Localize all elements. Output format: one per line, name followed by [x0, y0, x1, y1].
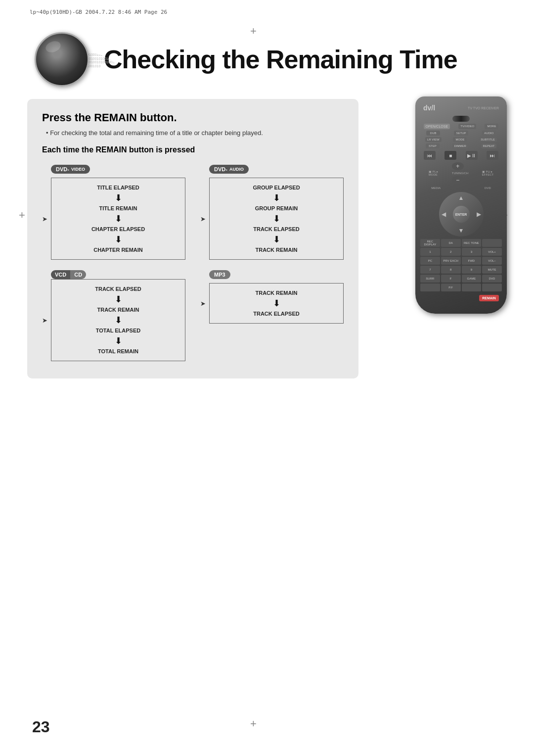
mp3-arrow-1: ⬇ — [212, 298, 341, 308]
num7-btn[interactable]: 7 — [420, 266, 440, 274]
setup-btn[interactable]: SETUP — [454, 131, 468, 136]
tuning-label: TUNING/CH — [452, 172, 468, 175]
step-btn[interactable]: STEP — [426, 143, 440, 148]
mp3-section: MP3 ➤ TRACK REMAIN ⬇ TRACK ELAPSED — [200, 270, 344, 361]
dvd-audio-start-arrow: ➤ — [200, 215, 206, 223]
audio-btn[interactable]: AUDIO — [482, 131, 496, 136]
nav-right-btn[interactable]: ▶ — [477, 211, 481, 218]
mode-btn[interactable]: MODE — [453, 137, 467, 142]
subtitle-btn[interactable]: SUBTITLE — [479, 137, 497, 142]
dvd-video-arrow-1: ⬇ — [54, 193, 182, 203]
remote-func-row-1: DUB SETUP AUDIO — [419, 131, 503, 136]
open-close-btn[interactable]: OPEN/CLOSE — [424, 124, 450, 129]
tv-video-btn[interactable]: TV/VIDEO — [458, 124, 476, 129]
numf-btn[interactable]: F — [441, 275, 461, 283]
dimmer-btn[interactable]: DIMMER — [452, 143, 468, 148]
nav-up-btn[interactable]: ▲ — [458, 194, 464, 201]
remote-tv-label: TV TVO RECEIVER — [468, 106, 499, 110]
remain-btn[interactable]: REMAIN — [479, 295, 499, 301]
dvd-audio-item-3: TRACK ELAPSED — [212, 224, 341, 235]
vcd-cd-arrow-1: ⬇ — [54, 294, 182, 304]
pf-btn[interactable]: P.F — [441, 284, 461, 291]
num3-btn[interactable]: 3 — [462, 248, 482, 256]
surr-btn[interactable]: SURR — [420, 275, 440, 283]
dub-btn[interactable]: DUB — [426, 131, 440, 136]
fwd-btn[interactable]: FWD — [462, 257, 482, 265]
more-btn[interactable]: MORE — [485, 124, 498, 129]
dvd-label: DVD — [485, 187, 491, 189]
remote-top: dv/l TV TVO RECEIVER — [419, 101, 503, 114]
vcd-cd-arrow-2: ⬇ — [54, 315, 182, 325]
mp3-start-arrow: ➤ — [200, 300, 206, 307]
side-btn-row: MEDIA DVD — [420, 187, 502, 189]
vcd-cd-arrow-3: ⬇ — [54, 336, 182, 346]
prv-each-btn[interactable]: PRV EACH — [441, 257, 461, 265]
game-btn[interactable]: GAME — [462, 275, 482, 283]
remote-sensor — [452, 116, 470, 122]
dvd-video-badge: DVD-VIDEO — [51, 165, 90, 174]
volup-btn[interactable]: VOL+ — [482, 248, 502, 256]
lr-view-btn[interactable]: LR VIEW — [425, 137, 442, 142]
repeat-btn[interactable]: REPEAT — [481, 143, 497, 148]
nav-left-btn[interactable]: ◀ — [442, 211, 446, 218]
each-time-title: Each time the REMAIN button is pressed — [42, 145, 344, 154]
vcd-cd-item-4: TOTAL REMAIN — [54, 346, 182, 357]
remain-btn-row: REMAIN — [421, 294, 501, 302]
dvd-audio-item-4: TRACK REMAIN — [212, 244, 341, 255]
dvd-video-item-4: CHAPTER REMAIN — [54, 244, 182, 255]
remote-control: dv/l TV TVO RECEIVER OPEN/CLOSE TV/VIDEO… — [415, 96, 507, 314]
num9-btn[interactable]: 9 — [462, 266, 482, 274]
remote-func-row-3: STEP DIMMER REPEAT — [419, 143, 503, 148]
dvd-video-section: DVD-VIDEO ➤ TITLE ELAPSED ⬇ TITLE REMAIN… — [42, 164, 185, 260]
blank-btn — [482, 239, 502, 247]
enter-btn[interactable]: ENTER — [453, 206, 470, 223]
blank4-btn — [482, 284, 502, 291]
vcd-cd-section: VCD CD ➤ TRACK ELAPSED ⬇ TRACK REMAIN ⬇ … — [42, 270, 185, 361]
voldown-btn[interactable]: VOL− — [482, 257, 502, 265]
rec-display-btn[interactable]: RECDISPLAY — [420, 239, 440, 247]
dvd-video-arrow-2: ⬇ — [54, 214, 182, 224]
remote-nav: ▲ ▼ ◀ ▶ ENTER — [439, 192, 484, 236]
header-meta: lp~40p(910HD)-GB 2004.7.22 8:46 AM Page … — [30, 9, 167, 15]
remote-transport: ⏮ ■ ▶⏸ ⏭ — [419, 151, 503, 160]
flow-grid: DVD-VIDEO ➤ TITLE ELAPSED ⬇ TITLE REMAIN… — [42, 164, 344, 361]
pc-btn[interactable]: PC — [420, 257, 440, 265]
media-label: MEDIA — [431, 187, 441, 189]
next-btn[interactable]: ⏭ — [487, 151, 498, 160]
prev-btn[interactable]: ⏮ — [424, 151, 436, 160]
main-content: Press the REMAIN button. For checking th… — [27, 99, 358, 378]
nav-ring[interactable]: ▲ ▼ ◀ ▶ ENTER — [439, 192, 484, 236]
vcd-cd-item-1: TRACK ELAPSED — [54, 284, 182, 294]
da-btn[interactable]: DA — [441, 239, 461, 247]
vcd-cd-item-2: TRACK REMAIN — [54, 304, 182, 315]
dvd-audio-item-1: GROUP ELAPSED — [212, 182, 341, 193]
mp3-flow-box: TRACK REMAIN ⬇ TRACK ELAPSED — [209, 283, 344, 324]
dvd-video-start-arrow: ➤ — [42, 215, 47, 223]
press-remain-title: Press the REMAIN button. — [42, 111, 344, 124]
vol-controls: + TUNING/CH − — [452, 162, 468, 184]
mute-btn[interactable]: MUTE — [482, 266, 502, 274]
mp3-badge: MP3 — [209, 270, 230, 279]
stop-btn[interactable]: ■ — [445, 151, 456, 160]
num2-btn[interactable]: 2 — [441, 248, 461, 256]
dvd-video-item-3: CHAPTER ELAPSED — [54, 224, 182, 235]
dvd-audio-arrow-3: ⬇ — [212, 235, 341, 244]
rec-tone-btn[interactable]: REC TONE — [462, 239, 482, 247]
play-pause-btn[interactable]: ▶⏸ — [466, 151, 478, 160]
nav-down-btn[interactable]: ▼ — [458, 227, 464, 234]
blank2-btn — [420, 284, 440, 291]
mp3-item-2: TRACK ELAPSED — [212, 308, 341, 319]
remote-func-row-2: LR VIEW MODE SUBTITLE — [419, 137, 503, 142]
dvd-audio-arrow-2: ⬇ — [212, 214, 341, 224]
dvd-video-flow-box: TITLE ELAPSED ⬇ TITLE REMAIN ⬇ CHAPTER E… — [51, 178, 185, 260]
dvd2-btn[interactable]: DVD — [482, 275, 502, 283]
num1-btn[interactable]: 1 — [420, 248, 440, 256]
dvd-audio-item-2: GROUP REMAIN — [212, 203, 341, 214]
dvd-audio-flow-box: GROUP ELAPSED ⬇ GROUP REMAIN ⬇ TRACK ELA… — [209, 178, 344, 260]
vol-up-btn[interactable]: + — [452, 162, 464, 170]
vcd-cd-badge: VCD CD — [51, 270, 86, 279]
vcd-cd-flow-box: TRACK ELAPSED ⬇ TRACK REMAIN ⬇ TOTAL ELA… — [51, 279, 185, 361]
vol-down-btn[interactable]: − — [452, 176, 464, 184]
pli-mode-label: ▣ PLI ▸EFFECT — [482, 170, 493, 176]
num8-btn[interactable]: 8 — [441, 266, 461, 274]
